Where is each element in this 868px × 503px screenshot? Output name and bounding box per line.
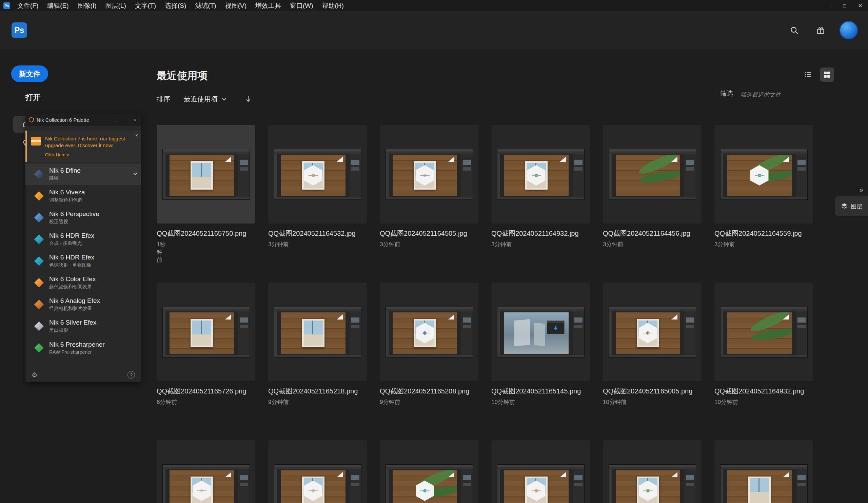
maximize-icon[interactable]: □ — [837, 0, 852, 11]
help-icon[interactable]: ? — [127, 371, 135, 379]
file-card[interactable]: QQ截图20240521164456.jpg3分钟前 — [603, 125, 702, 248]
search-icon — [790, 26, 799, 35]
nik-item-color-efex[interactable]: Nik 6 Color Efex颜色滤镜和创意效果 — [25, 272, 141, 294]
file-card[interactable]: QQ截图20240521164932.png10分钟前 — [714, 283, 813, 406]
nik-silver-efex-icon — [34, 321, 44, 331]
layers-panel-tab[interactable]: 图层 — [835, 196, 868, 216]
file-card[interactable]: QQ截图20240521165208.png9分钟前 — [380, 283, 478, 406]
file-thumbnail — [714, 125, 813, 224]
menu-plugins[interactable]: 增效工具 — [251, 0, 286, 11]
thumbnail-preview — [385, 149, 473, 200]
file-thumbnail — [714, 283, 813, 381]
sort-dropdown[interactable]: 最近使用项 — [184, 95, 227, 104]
avatar[interactable] — [839, 21, 858, 39]
menu-file[interactable]: 文件(F) — [13, 0, 43, 11]
nik-item-analog-efex[interactable]: Nik 6 Analog Efex经典相机和胶片效果 — [25, 294, 141, 316]
search-button[interactable] — [787, 23, 802, 38]
gift-box-icon — [31, 137, 41, 145]
thumbnail-preview — [497, 464, 585, 503]
file-time: 1秒钟前 — [157, 240, 166, 264]
menu-type[interactable]: 文字(T) — [131, 0, 161, 11]
hexagon-icon — [29, 117, 34, 122]
nik-color-efex-icon — [34, 278, 44, 288]
nik-panel-header[interactable]: Nik Collection 6 Palette ⋮ ─ × — [25, 114, 141, 126]
file-card[interactable]: QQ截图20240521165726.png6分钟前 — [157, 283, 255, 406]
file-card[interactable]: QQ截图20240521164559.jpg3分钟前 — [714, 125, 813, 248]
file-card[interactable] — [380, 440, 478, 503]
file-card[interactable] — [714, 440, 813, 503]
right-panel-flyout: » 图层 — [835, 186, 868, 216]
file-card[interactable] — [491, 440, 590, 503]
new-file-button[interactable]: 新文件 — [11, 65, 48, 82]
nik-panel-footer: ⚙ ? — [32, 371, 135, 379]
window-controls: ─ □ ✕ — [821, 0, 868, 11]
view-toggle — [801, 68, 834, 82]
nik-plugin-list: Nik 6 Dfine降噪 Nik 6 Viveza调整颜色和色调 Nik 6 … — [25, 164, 141, 359]
minimize-icon[interactable]: ─ — [821, 0, 837, 11]
thumbnail-preview — [163, 307, 250, 358]
nik-item-presharpener[interactable]: Nik 6 PresharpenerRAW Pre-sharpener — [25, 337, 141, 359]
thumbnail-preview — [609, 307, 696, 358]
gift-icon — [816, 26, 825, 35]
notice-link[interactable]: Click Here > — [45, 152, 69, 158]
nik-item-silver-efex[interactable]: Nik 6 Silver Efex黑白摄影 — [25, 316, 141, 337]
menu-image[interactable]: 图像(I) — [73, 0, 101, 11]
file-card[interactable] — [157, 440, 255, 503]
menu-select[interactable]: 选择(S) — [161, 0, 190, 11]
filter-input[interactable] — [740, 90, 837, 100]
file-thumbnail — [380, 440, 478, 503]
menu-edit[interactable]: 编辑(E) — [43, 0, 73, 11]
file-thumbnail — [714, 440, 813, 503]
close-icon[interactable]: ✕ — [852, 0, 868, 11]
nik-item-viveza[interactable]: Nik 6 Viveza调整颜色和色调 — [25, 185, 141, 207]
photoshop-home-window: Ps 文件(F) 编辑(E) 图像(I) 图层(L) 文字(T) 选择(S) 滤… — [0, 0, 868, 503]
sort-direction-button[interactable] — [245, 96, 251, 102]
panel-menu-icon[interactable]: ⋮ — [113, 117, 121, 122]
expand-panel-icon[interactable]: » — [835, 186, 868, 194]
nik-hdr-efex-icon — [34, 256, 44, 266]
file-card[interactable]: QQ截图20240521165750.png1秒钟前 — [157, 125, 166, 125]
thumbnail-preview — [609, 149, 696, 200]
menu-help[interactable]: 帮助(H) — [318, 0, 348, 11]
file-card[interactable]: QQ截图20240521165005.png10分钟前 — [603, 283, 702, 406]
layers-panel-label: 图层 — [851, 203, 862, 210]
file-name: QQ截图20240521165218.png — [268, 387, 367, 396]
nik-upgrade-notice: Nik Collection 7 is here, our biggest up… — [25, 131, 141, 162]
file-time: 6分钟前 — [157, 398, 255, 406]
app-header: Ps — [0, 11, 868, 49]
menu-filter[interactable]: 滤镜(T) — [190, 0, 220, 11]
file-name: QQ截图20240521164505.jpg — [380, 229, 478, 238]
thumbnail-preview — [720, 307, 808, 358]
list-view-button[interactable] — [801, 68, 815, 82]
file-card[interactable]: QQ截图20240521165145.png10分钟前 — [491, 283, 590, 406]
nik-item-hdr-efex-tonemap[interactable]: Nik 6 HDR Efex色调映射 - 单张图像 — [25, 250, 141, 272]
nik-perspective-icon — [34, 213, 44, 223]
chevron-down-icon — [222, 98, 227, 101]
gear-icon[interactable]: ⚙ — [32, 371, 38, 379]
thumbnail-preview — [274, 464, 361, 503]
file-card[interactable]: QQ截图20240521164505.jpg3分钟前 — [380, 125, 478, 248]
nik-item-hdr-efex-merge[interactable]: Nik 6 HDR Efex合成 - 多重曝光 — [25, 229, 141, 250]
panel-minimize-icon[interactable]: ─ — [123, 117, 130, 122]
file-card[interactable]: QQ截图20240521164532.jpg3分钟前 — [268, 125, 367, 248]
nik-item-dfine[interactable]: Nik 6 Dfine降噪 — [25, 164, 141, 185]
file-time: 3分钟前 — [491, 240, 590, 248]
file-card[interactable]: QQ截图20240521164932.jpg3分钟前 — [491, 125, 590, 248]
panel-close-icon[interactable]: × — [132, 117, 138, 122]
file-card[interactable]: QQ截图20240521165218.png9分钟前 — [268, 283, 367, 406]
nik-dfine-icon — [34, 170, 44, 179]
grid-view-button[interactable] — [820, 68, 834, 82]
file-card[interactable] — [268, 440, 367, 503]
menu-view[interactable]: 视图(V) — [221, 0, 251, 11]
nik-collection-panel: Nik Collection 6 Palette ⋮ ─ × Nik Colle… — [25, 114, 141, 382]
ps-taskbar-icon: Ps — [3, 2, 10, 9]
menu-layer[interactable]: 图层(L) — [101, 0, 131, 11]
file-time: 3分钟前 — [603, 240, 702, 248]
open-button[interactable]: 打开 — [25, 92, 142, 102]
nik-item-perspective[interactable]: Nik 6 Perspective校正透视 — [25, 207, 141, 229]
menu-window[interactable]: 窗口(W) — [286, 0, 318, 11]
chevron-down-icon[interactable] — [133, 171, 138, 177]
whats-new-button[interactable] — [813, 23, 828, 38]
notice-close-icon[interactable]: × — [135, 133, 138, 138]
file-card[interactable] — [603, 440, 702, 503]
